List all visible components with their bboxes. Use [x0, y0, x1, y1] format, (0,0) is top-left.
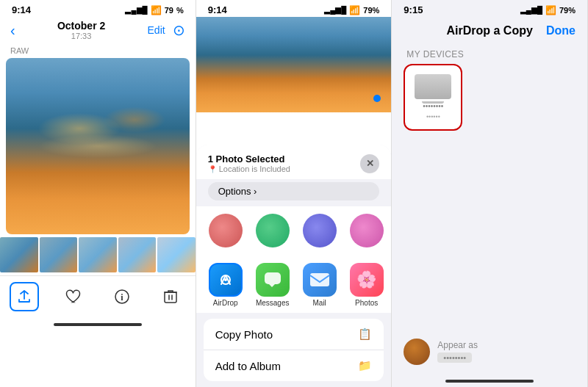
- mail-svg: [309, 272, 330, 287]
- edit-dot: [373, 95, 381, 102]
- svg-rect-6: [310, 273, 329, 286]
- date-info: October 2 17:33: [57, 20, 105, 40]
- album-icon: 📁: [358, 359, 372, 372]
- share-button[interactable]: [10, 282, 39, 311]
- app-item-messages[interactable]: Messages: [252, 263, 293, 307]
- contacts-row: [196, 206, 392, 257]
- my-devices-label: My Devices: [404, 49, 576, 64]
- thumbnail-5[interactable]: [157, 237, 196, 272]
- share-icon: [18, 290, 30, 303]
- status-time-2: 9:14: [208, 4, 227, 15]
- airdrop-label: AirDrop: [213, 299, 238, 307]
- device-status-1: ••••••: [426, 113, 440, 120]
- photos-share-label: Photos: [355, 299, 378, 307]
- date-main: October 2: [57, 20, 105, 32]
- contact-avatar-1: [209, 214, 243, 247]
- share-menu-section: Copy Photo 📋 Add to Album 📁: [204, 319, 384, 381]
- appear-as-label: Appear as: [437, 340, 478, 350]
- add-to-album-label: Add to Album: [215, 360, 281, 372]
- status-bar-1: 9:14 ▂▄▆█ 📶 79%: [0, 0, 196, 17]
- device-item-1[interactable]: •••••••• ••••••: [404, 64, 462, 131]
- info-button[interactable]: i: [107, 282, 137, 311]
- thumbnail-3[interactable]: [79, 237, 117, 272]
- appear-as-info: Appear as ••••••••: [437, 340, 478, 364]
- device-icon-1: [415, 74, 451, 99]
- contact-avatar-4: [350, 214, 384, 247]
- contact-item-2[interactable]: [252, 214, 293, 250]
- nav-bar-1: ‹ October 2 17:33 Edit ⊙: [0, 17, 196, 43]
- signal-icon: ▂▄▆█: [125, 6, 147, 14]
- apps-row: AirDrop Messages Mail: [196, 257, 392, 313]
- wifi-icon-2: 📶: [349, 5, 360, 15]
- contact-avatar-3: [303, 214, 337, 247]
- wifi-icon-3: 📶: [545, 5, 556, 15]
- messages-label: Messages: [256, 299, 290, 307]
- trash-icon: [164, 289, 177, 304]
- app-item-mail[interactable]: Mail: [299, 263, 340, 307]
- edit-button[interactable]: Edit: [148, 24, 165, 36]
- appear-as-name: ••••••••: [437, 352, 472, 363]
- status-icons-3: ▂▄▆█ 📶 79%: [520, 5, 576, 15]
- device-grid: •••••••• ••••••: [404, 64, 576, 131]
- svg-text:i: i: [121, 292, 123, 303]
- appear-as-section: Appear as ••••••••: [404, 339, 576, 365]
- signal-icon-3: ▂▄▆█: [520, 6, 542, 14]
- thumbnail-strip: [0, 234, 196, 275]
- location-note: 📍 Location is Included: [208, 164, 290, 173]
- main-photo: [6, 58, 190, 234]
- app-item-airdrop[interactable]: AirDrop: [205, 263, 246, 307]
- contact-item-4[interactable]: [346, 214, 387, 250]
- close-button[interactable]: ✕: [360, 154, 379, 173]
- copy-photo-item[interactable]: Copy Photo 📋: [204, 319, 384, 350]
- preview-photo: [196, 17, 392, 112]
- airdrop-header: AirDrop a Copy Done: [392, 17, 587, 43]
- mail-icon: [303, 263, 337, 297]
- appear-avatar: [404, 339, 430, 365]
- svg-rect-5: [265, 272, 281, 284]
- my-devices-section: My Devices •••••••• ••••••: [404, 49, 576, 131]
- selected-count: 1 Photo Selected: [208, 153, 290, 164]
- raw-label: RAW: [0, 43, 196, 58]
- wifi-icon: 📶: [151, 5, 162, 15]
- more-button[interactable]: ⊙: [173, 21, 185, 39]
- share-sheet-screen: 9:14 ▂▄▆█ 📶 79% 1 Photo Selected 📍 Locat…: [196, 0, 392, 387]
- location-icon: 📍: [208, 165, 217, 173]
- home-indicator-3: [445, 380, 534, 383]
- app-item-photos[interactable]: 🌸 Photos: [346, 263, 387, 307]
- back-button[interactable]: ‹: [10, 22, 15, 39]
- add-to-album-item[interactable]: Add to Album 📁: [204, 350, 384, 381]
- nav-actions: Edit ⊙: [148, 21, 185, 39]
- status-icons-2: ▂▄▆█ 📶 79%: [324, 5, 379, 15]
- airdrop-svg: [216, 270, 235, 289]
- svg-rect-2: [165, 292, 176, 303]
- thumbnail-2[interactable]: [40, 237, 78, 272]
- options-row: Options ›: [196, 179, 392, 206]
- airdrop-picker-screen: 9:15 ▂▄▆█ 📶 79% AirDrop a Copy Done My D…: [392, 0, 588, 387]
- signal-icon-2: ▂▄▆█: [324, 6, 346, 14]
- thumbnail-4[interactable]: [118, 237, 157, 272]
- contact-item-1[interactable]: [205, 214, 246, 250]
- status-time-1: 9:14: [12, 4, 31, 15]
- info-icon: i: [115, 289, 129, 304]
- photo-toolbar: i: [0, 275, 196, 320]
- photos-share-icon: 🌸: [350, 263, 384, 297]
- like-button[interactable]: [59, 282, 88, 311]
- photo-overlay: [6, 58, 190, 234]
- status-bar-2: 9:14 ▂▄▆█ 📶 79%: [196, 0, 392, 17]
- options-button[interactable]: Options ›: [208, 182, 380, 200]
- done-button[interactable]: Done: [546, 24, 576, 37]
- status-bar-3: 9:15 ▂▄▆█ 📶 79%: [392, 0, 587, 17]
- airdrop-title: AirDrop a Copy: [433, 24, 546, 37]
- mail-label: Mail: [313, 299, 326, 307]
- share-header-info: 1 Photo Selected 📍 Location is Included: [208, 153, 290, 173]
- delete-button[interactable]: [156, 282, 185, 311]
- messages-svg: [263, 271, 282, 289]
- airdrop-icon: [209, 263, 243, 297]
- battery-label-1: 79: [165, 6, 173, 15]
- status-icons-1: ▂▄▆█ 📶 79%: [125, 5, 183, 15]
- date-sub: 17:33: [57, 32, 105, 40]
- copy-icon: 📋: [358, 328, 372, 341]
- contact-item-3[interactable]: [299, 214, 340, 250]
- thumbnail-1[interactable]: [0, 237, 38, 272]
- photo-viewer-screen: 9:14 ▂▄▆█ 📶 79% ‹ October 2 17:33 Edit ⊙…: [0, 0, 196, 387]
